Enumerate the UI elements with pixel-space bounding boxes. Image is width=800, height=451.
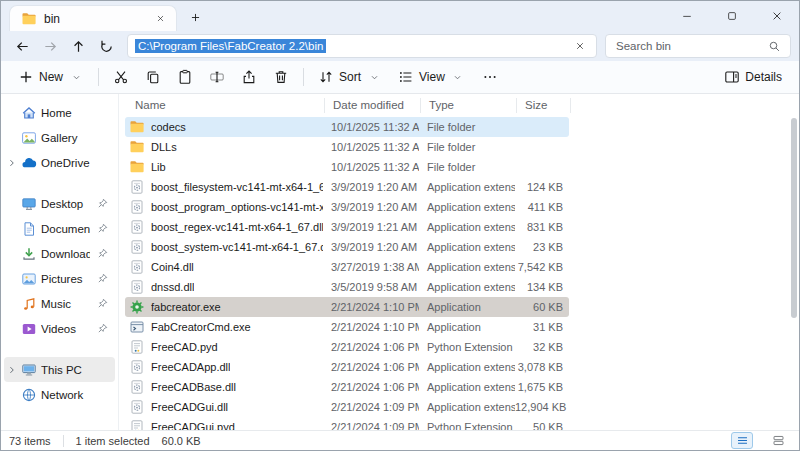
- view-button[interactable]: View: [391, 63, 473, 91]
- tab-bin[interactable]: bin: [9, 5, 177, 31]
- new-button[interactable]: New: [11, 63, 91, 91]
- minimize-button[interactable]: [664, 1, 709, 31]
- refresh-button[interactable]: [93, 33, 119, 59]
- paste-button[interactable]: [170, 63, 200, 91]
- file-row[interactable]: FreeCADApp.dll2/21/2024 1:06 PMApplicati…: [125, 357, 569, 377]
- close-button[interactable]: [754, 1, 799, 31]
- file-date-modified: 3/5/2019 9:58 AM: [323, 281, 419, 293]
- back-arrow-icon: [14, 38, 30, 54]
- file-type: Application extens...: [419, 181, 515, 193]
- file-row[interactable]: codecs10/1/2025 11:32 AMFile folder: [125, 117, 569, 137]
- file-row[interactable]: Lib10/1/2025 11:32 AMFile folder: [125, 157, 569, 177]
- titlebar: bin: [1, 1, 799, 31]
- file-name: FreeCAD.pyd: [151, 341, 218, 353]
- file-date-modified: 2/21/2024 1:06 PM: [323, 361, 419, 373]
- file-name-cell: boost_filesystem-vc141-mt-x64-1_67.dll: [125, 179, 323, 195]
- address-text[interactable]: C:\Program Files\FabCreator 2.2\bin: [135, 39, 326, 53]
- new-tab-button[interactable]: [183, 5, 207, 29]
- cut-icon: [113, 69, 129, 85]
- scrollbar-thumb[interactable]: [791, 118, 797, 318]
- file-row[interactable]: boost_program_options-vc141-mt-x64-1...3…: [125, 197, 569, 217]
- file-row[interactable]: fabcreator.exe2/21/2024 1:10 PMApplicati…: [125, 297, 569, 317]
- dll-icon: [129, 359, 145, 375]
- pin-icon: [94, 246, 110, 262]
- sidebar-item-label: Home: [41, 107, 110, 119]
- see-more-button[interactable]: [475, 63, 505, 91]
- chevron-down-icon: [68, 69, 84, 85]
- sidebar-item-onedrive[interactable]: OneDrive: [4, 150, 115, 175]
- rename-button[interactable]: [202, 63, 232, 91]
- sidebar-item-home[interactable]: Home: [4, 100, 115, 125]
- chevron-spacer: [6, 248, 17, 259]
- scrollbar[interactable]: [789, 118, 798, 426]
- search-box[interactable]: [605, 34, 791, 58]
- search-input[interactable]: [614, 39, 760, 53]
- file-row[interactable]: dnssd.dll3/5/2019 9:58 AMApplication ext…: [125, 277, 569, 297]
- delete-button[interactable]: [266, 63, 296, 91]
- maximize-button[interactable]: [709, 1, 754, 31]
- column-header-date-modified[interactable]: Date modified: [325, 98, 421, 113]
- cut-button[interactable]: [106, 63, 136, 91]
- tab-close-icon[interactable]: [152, 11, 168, 27]
- sidebar-item-label: This PC: [41, 364, 110, 376]
- dll-icon: [129, 199, 145, 215]
- file-name-cell: FreeCADBase.dll: [125, 379, 323, 395]
- file-row[interactable]: Coin4.dll3/27/2019 1:38 AMApplication ex…: [125, 257, 569, 277]
- file-row[interactable]: FreeCADGui.pyd2/21/2024 1:09 PMPython Ex…: [125, 417, 569, 430]
- share-button[interactable]: [234, 63, 264, 91]
- file-size: 60 KB: [515, 301, 569, 313]
- file-row[interactable]: FreeCADBase.dll2/21/2024 1:06 PMApplicat…: [125, 377, 569, 397]
- sidebar-item-desktop[interactable]: Desktop: [4, 191, 115, 216]
- details-view-toggle[interactable]: [731, 432, 753, 449]
- file-size: 134 KB: [515, 281, 569, 293]
- column-header-name[interactable]: Name: [127, 98, 325, 113]
- sidebar-item-this-pc[interactable]: This PC: [4, 357, 115, 382]
- file-row[interactable]: FabCreatorCmd.exe2/21/2024 1:10 PMApplic…: [125, 317, 569, 337]
- sidebar-item-videos[interactable]: Videos: [4, 316, 115, 341]
- sort-button[interactable]: Sort: [311, 63, 389, 91]
- paste-icon: [177, 69, 193, 85]
- desktop-icon: [21, 196, 37, 212]
- status-divider: [63, 435, 64, 447]
- column-header-size[interactable]: Size: [517, 98, 571, 113]
- copy-icon: [145, 69, 161, 85]
- sidebar-item-music[interactable]: Music: [4, 291, 115, 316]
- sidebar-item-pictures[interactable]: Pictures: [4, 266, 115, 291]
- file-row[interactable]: boost_filesystem-vc141-mt-x64-1_67.dll3/…: [125, 177, 569, 197]
- file-name-cell: FreeCADGui.dll: [125, 399, 323, 415]
- file-name-cell: FreeCAD.pyd: [125, 339, 323, 355]
- file-date-modified: 2/21/2024 1:06 PM: [323, 381, 419, 393]
- sidebar-item-label: Network: [41, 389, 110, 401]
- chevron-right-icon[interactable]: [6, 364, 17, 375]
- file-row[interactable]: FreeCADGui.dll2/21/2024 1:09 PMApplicati…: [125, 397, 569, 417]
- copy-button[interactable]: [138, 63, 168, 91]
- content-view-toggle[interactable]: [767, 432, 789, 449]
- column-header-type[interactable]: Type: [421, 98, 517, 113]
- up-button[interactable]: [65, 33, 91, 59]
- file-name: FreeCADApp.dll: [151, 361, 230, 373]
- file-name-cell: boost_program_options-vc141-mt-x64-1...: [125, 199, 323, 215]
- back-button[interactable]: [9, 33, 35, 59]
- file-date-modified: 3/9/2019 1:20 AM: [323, 201, 419, 213]
- file-row[interactable]: boost_regex-vc141-mt-x64-1_67.dll3/9/201…: [125, 217, 569, 237]
- details-pane-button[interactable]: Details: [717, 63, 789, 91]
- sidebar-item-gallery[interactable]: Gallery: [4, 125, 115, 150]
- file-type: Python Extension ...: [419, 421, 515, 430]
- file-type: Application: [419, 301, 515, 313]
- sidebar-item-network[interactable]: Network: [4, 382, 115, 407]
- file-row[interactable]: FreeCAD.pyd2/21/2024 1:06 PMPython Exten…: [125, 337, 569, 357]
- column-headers: Name Date modified Type Size: [119, 94, 799, 116]
- chevron-right-icon[interactable]: [6, 157, 17, 168]
- sidebar-item-downloads[interactable]: Downloads: [4, 241, 115, 266]
- pin-icon: [94, 296, 110, 312]
- forward-button[interactable]: [37, 33, 63, 59]
- file-type: Application extens...: [419, 381, 515, 393]
- sidebar-item-documents[interactable]: Documents: [4, 216, 115, 241]
- clear-address-icon[interactable]: [571, 37, 589, 55]
- sidebar-item-label: Gallery: [41, 132, 110, 144]
- chevron-spacer: [6, 107, 17, 118]
- file-row[interactable]: boost_system-vc141-mt-x64-1_67.dll3/9/20…: [125, 237, 569, 257]
- address-bar[interactable]: C:\Program Files\FabCreator 2.2\bin: [127, 34, 597, 58]
- file-row[interactable]: DLLs10/1/2025 11:32 AMFile folder: [125, 137, 569, 157]
- sidebar-item-label: Desktop: [41, 198, 90, 210]
